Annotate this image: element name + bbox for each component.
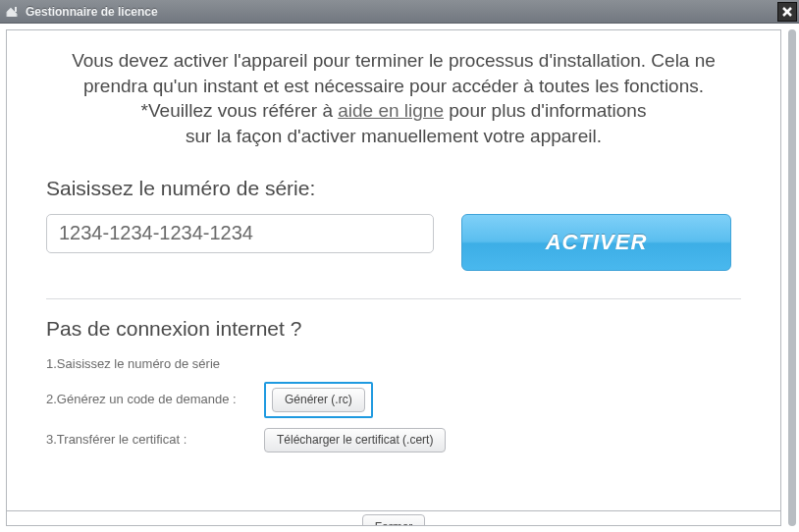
generate-highlight: Générer (.rc) bbox=[264, 382, 373, 418]
intro-line1: Vous devez activer l'appareil pour termi… bbox=[46, 48, 741, 98]
offline-step-3: 3.Transférer le certificat : Télécharger… bbox=[46, 428, 741, 452]
upload-cert-button[interactable]: Télécharger le certificat (.cert) bbox=[264, 428, 446, 452]
close-button[interactable] bbox=[777, 2, 797, 22]
window-title: Gestionnaire de licence bbox=[26, 5, 158, 19]
activate-button[interactable]: ACTIVER bbox=[461, 214, 731, 271]
online-help-link[interactable]: aide en ligne bbox=[338, 100, 444, 121]
step3-text: 3.Transférer le certificat : bbox=[46, 432, 250, 448]
titlebar: Gestionnaire de licence bbox=[0, 0, 799, 24]
bottom-bar: Fermer bbox=[6, 510, 781, 526]
step2-text: 2.Générez un code de demande : bbox=[46, 392, 250, 407]
offline-step-1: 1.Saisissez le numéro de série bbox=[46, 356, 741, 372]
serial-row: ACTIVER bbox=[46, 214, 741, 271]
close-icon bbox=[781, 6, 793, 18]
dialog-body: Vous devez activer l'appareil pour termi… bbox=[0, 24, 799, 532]
serial-label: Saisissez le numéro de série: bbox=[46, 177, 741, 200]
svg-rect-0 bbox=[15, 7, 17, 12]
content-panel: Vous devez activer l'appareil pour termi… bbox=[6, 29, 781, 526]
divider bbox=[46, 298, 741, 299]
intro-line3: sur la façon d'activer manuellement votr… bbox=[46, 124, 741, 149]
scrollbar-thumb[interactable] bbox=[788, 29, 796, 526]
intro-text: Vous devez activer l'appareil pour termi… bbox=[46, 48, 741, 149]
intro-line2: *Veuillez vous référer à aide en ligne p… bbox=[46, 98, 741, 124]
offline-heading: Pas de connexion internet ? bbox=[46, 317, 741, 341]
step1-text: 1.Saisissez le numéro de série bbox=[46, 356, 250, 372]
scrollbar[interactable] bbox=[787, 29, 797, 526]
generate-rc-button[interactable]: Générer (.rc) bbox=[272, 388, 365, 412]
app-icon bbox=[4, 4, 20, 20]
serial-input[interactable] bbox=[46, 214, 434, 253]
footer-close-button[interactable]: Fermer bbox=[362, 514, 426, 526]
offline-step-2: 2.Générez un code de demande : Générer (… bbox=[46, 382, 741, 418]
